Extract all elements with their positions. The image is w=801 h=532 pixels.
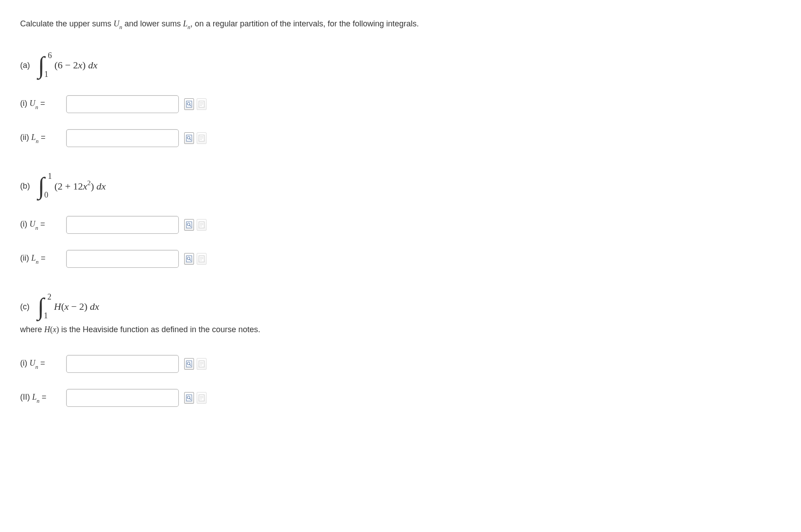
integrand-c: H(x − 2) dx — [54, 301, 99, 312]
part-a-row-i: (i) Un = — [20, 95, 781, 113]
part-a: (a) ∫ 6 1 (6 − 2x) dx (i) Un = (ii) L — [20, 53, 781, 147]
part-b-ii-label: (ii) Ln = — [20, 253, 63, 265]
preview-icon[interactable] — [184, 98, 194, 110]
integral-a: ∫ 6 1 (6 − 2x) dx — [38, 53, 97, 77]
part-b-ii-icons — [184, 253, 207, 265]
intro-Ln-n: n — [187, 24, 190, 30]
part-c-ii-input[interactable] — [66, 389, 179, 407]
integral-b: ∫ 1 0 (2 + 12x2) dx — [38, 174, 106, 198]
part-c-label: (c) — [20, 302, 30, 312]
part-c-header: (c) ∫ 2 1 H(x − 2) dx — [20, 295, 781, 319]
intro-text: Calculate the upper sums Un and lower su… — [20, 18, 781, 31]
integral-c: ∫ 2 1 H(x − 2) dx — [38, 295, 99, 319]
svg-rect-34 — [200, 365, 202, 365]
intro-suffix: , on a regular partition of the interval… — [190, 19, 419, 28]
svg-rect-25 — [200, 257, 203, 258]
part-c-note: where H(x) is the Heaviside function as … — [20, 325, 781, 334]
svg-rect-20 — [200, 226, 202, 226]
help-icon[interactable] — [197, 392, 207, 404]
part-b-row-ii: (ii) Ln = — [20, 250, 781, 268]
part-c-i-icons — [184, 358, 207, 370]
part-a-header: (a) ∫ 6 1 (6 − 2x) dx — [20, 53, 781, 77]
svg-rect-5 — [200, 104, 203, 104]
part-b-i-input[interactable] — [66, 216, 179, 234]
part-a-ii-input[interactable] — [66, 129, 179, 147]
svg-rect-27 — [200, 260, 202, 260]
part-a-label: (a) — [20, 61, 30, 70]
svg-rect-19 — [200, 224, 203, 225]
preview-icon[interactable] — [184, 392, 194, 404]
svg-rect-40 — [200, 397, 203, 398]
part-a-i-icons — [184, 98, 207, 110]
int-b-lower: 0 — [44, 191, 48, 199]
svg-rect-4 — [200, 102, 203, 103]
svg-rect-11 — [200, 136, 203, 137]
int-c-upper: 2 — [47, 293, 51, 301]
integrand-b: (2 + 12x2) dx — [55, 180, 106, 192]
integral-symbol-c: ∫ 2 1 — [38, 295, 44, 319]
part-b: (b) ∫ 1 0 (2 + 12x2) dx (i) Un = (ii) — [20, 174, 781, 268]
part-b-row-i: (i) Un = — [20, 216, 781, 234]
intro-Un-U: U — [114, 19, 119, 28]
svg-rect-26 — [200, 258, 203, 259]
int-a-lower: 1 — [44, 70, 48, 78]
help-icon[interactable] — [197, 132, 207, 144]
integrand-a: (6 − 2x) dx — [55, 59, 97, 71]
svg-rect-39 — [200, 396, 203, 397]
part-c-row-ii: (II) Ln = — [20, 389, 781, 407]
help-icon[interactable] — [197, 98, 207, 110]
intro-prefix: Calculate the upper sums — [20, 19, 114, 28]
part-c-row-i: (i) Un = — [20, 355, 781, 373]
intro-mid: and lower sums — [122, 19, 183, 28]
help-icon[interactable] — [197, 358, 207, 370]
int-a-upper: 6 — [48, 51, 52, 59]
part-b-ii-input[interactable] — [66, 250, 179, 268]
help-icon[interactable] — [197, 253, 207, 265]
part-b-label: (b) — [20, 182, 30, 191]
part-a-i-input[interactable] — [66, 95, 179, 113]
part-a-i-label: (i) Un = — [20, 99, 63, 110]
part-c-i-input[interactable] — [66, 355, 179, 373]
integral-symbol-a: ∫ 6 1 — [38, 53, 45, 77]
part-a-row-ii: (ii) Ln = — [20, 129, 781, 147]
svg-rect-32 — [200, 362, 203, 363]
svg-rect-18 — [200, 223, 203, 224]
int-c-lower: 1 — [44, 312, 48, 320]
preview-icon[interactable] — [184, 219, 194, 231]
part-c: (c) ∫ 2 1 H(x − 2) dx where H(x) is the … — [20, 295, 781, 407]
preview-icon[interactable] — [184, 253, 194, 265]
help-icon[interactable] — [197, 219, 207, 231]
intro-Un-n: n — [119, 24, 122, 30]
part-a-ii-icons — [184, 132, 207, 144]
preview-icon[interactable] — [184, 358, 194, 370]
part-c-ii-icons — [184, 392, 207, 404]
preview-icon[interactable] — [184, 132, 194, 144]
part-b-header: (b) ∫ 1 0 (2 + 12x2) dx — [20, 174, 781, 198]
svg-rect-6 — [200, 105, 202, 106]
intro-Ln-L: L — [183, 19, 187, 28]
part-b-i-icons — [184, 219, 207, 231]
integral-symbol-b: ∫ 1 0 — [38, 174, 45, 198]
svg-rect-41 — [200, 399, 202, 399]
svg-rect-13 — [200, 139, 202, 139]
int-b-upper: 1 — [48, 172, 52, 180]
svg-rect-33 — [200, 363, 203, 364]
part-b-i-label: (i) Un = — [20, 220, 63, 231]
part-a-ii-label: (ii) Ln = — [20, 133, 63, 144]
part-c-i-label: (i) Un = — [20, 359, 63, 370]
part-c-ii-label: (II) Ln = — [20, 393, 63, 404]
svg-rect-12 — [200, 138, 203, 138]
